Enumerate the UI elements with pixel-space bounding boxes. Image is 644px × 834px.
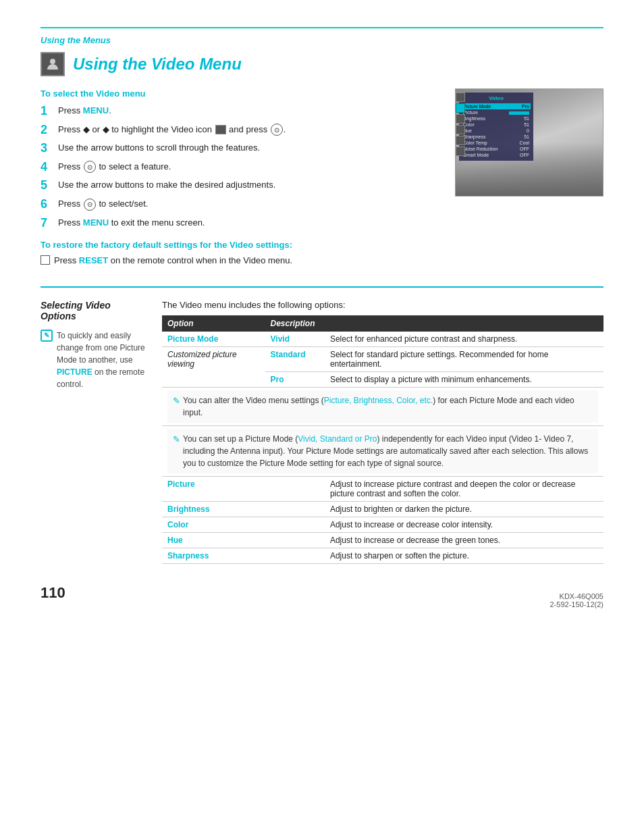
desc-cell-brightness: Adjust to brighten or darken the picture… (325, 501, 603, 517)
tv-row-4: Color51 (462, 122, 531, 128)
tv-row-9: Smart ModeOFF (462, 152, 531, 158)
tv-row-6: Sharpness51 (462, 134, 531, 140)
step-7: 7 Press MENU to exit the menu screen. (41, 216, 441, 231)
checkbox-icon (41, 255, 50, 265)
step-text-5: Use the arrow buttons to make the desire… (58, 178, 275, 192)
note-text-1: You can alter the Video menu settings (P… (183, 394, 593, 419)
table-row-note2: ✎ You can set up a Picture Mode (Vivid, … (162, 425, 603, 476)
table-row-sharpness: Sharpness Adjust to sharpen or soften th… (162, 548, 603, 563)
sub-cell-pro: Pro (265, 371, 325, 387)
top-rule (41, 27, 603, 28)
note-text-2: You can set up a Picture Mode (Vivid, St… (183, 433, 593, 469)
step-num-7: 7 (41, 216, 55, 231)
desc-cell-hue: Adjust to increase or decrease the green… (325, 532, 603, 548)
option-cell-brightness: Brightness (162, 501, 325, 517)
option-cell-color: Color (162, 517, 325, 532)
doc-number: KDX-46Q005 2-592-150-12(2) (550, 592, 604, 608)
table-row: Customized picture viewing Standard Sele… (162, 346, 603, 371)
note-line-1: ✎ You can alter the Video menu settings … (173, 394, 593, 419)
menu-keyword: MENU (83, 105, 109, 115)
table-header-row: Option Description (162, 315, 603, 332)
breadcrumb: Using the Menus (41, 35, 603, 45)
step-num-1: 1 (41, 104, 55, 119)
step-1: 1 Press MENU. (41, 104, 441, 119)
desc-cell-color: Adjust to increase or decrease color int… (325, 517, 603, 532)
table-col: The Video menu includes the following op… (162, 300, 603, 564)
step-num-6: 6 (41, 197, 55, 212)
sidebar-col: Selecting Video Options ✎ To quickly and… (41, 300, 149, 564)
menu-keyword-2: MENU (83, 217, 109, 228)
lower-section: Selecting Video Options ✎ To quickly and… (41, 300, 603, 564)
picture-keyword: PICTURE (57, 367, 92, 377)
desc-cell-pro: Select to display a picture with minimum… (325, 371, 603, 387)
tv-screenshot: Video Picture ModePro Picture Brightness… (455, 88, 603, 197)
col-description: Description (265, 315, 603, 332)
table-row-note1: ✎ You can alter the Video menu settings … (162, 387, 603, 425)
tv-row-7: Color TempCool (462, 140, 531, 146)
intro-text: The Video menu includes the following op… (162, 300, 603, 310)
option-cell-customized: Customized picture viewing (162, 346, 265, 387)
factory-text: Press RESET on the remote control when i… (54, 254, 292, 267)
title-row: Using the Video Menu (41, 52, 603, 76)
note-pencil-2: ✎ (173, 433, 180, 446)
tip-text: To quickly and easily change from one Pi… (57, 330, 149, 390)
svg-point-0 (50, 59, 55, 64)
col-option: Option (162, 315, 265, 332)
step-3: 3 Use the arrow buttons to scroll throug… (41, 141, 441, 156)
option-cell-hue: Hue (162, 532, 325, 548)
step-num-2: 2 (41, 123, 55, 138)
side-icons (456, 93, 466, 156)
tv-row-2: Picture (462, 109, 531, 115)
note-keyword-1: Picture, Brightness, Color, etc. (324, 396, 433, 405)
tv-screen: Video Picture ModePro Picture Brightness… (456, 89, 603, 196)
step-text-6: Press ⊙ to select/set. (58, 197, 148, 211)
table-row-color: Color Adjust to increase or decrease col… (162, 517, 603, 532)
table-row-picture: Picture Adjust to increase picture contr… (162, 476, 603, 501)
screenshot-col: Video Picture ModePro Picture Brightness… (455, 88, 603, 267)
side-icon-2 (456, 103, 465, 113)
table-row-brightness: Brightness Adjust to brighten or darken … (162, 501, 603, 517)
side-icon-1 (456, 93, 465, 102)
step-4: 4 Press ⊙ to select a feature. (41, 160, 441, 175)
factory-item: Press RESET on the remote control when i… (41, 254, 441, 267)
note-box-2: ✎ You can set up a Picture Mode (Vivid, … (167, 429, 598, 473)
person-icon (45, 56, 61, 72)
section-divider (41, 286, 603, 288)
desc-cell-sharpness: Adjust to sharpen or soften the picture. (325, 548, 603, 563)
reset-keyword: RESET (79, 255, 108, 265)
doc-line2: 2-592-150-12(2) (550, 600, 604, 608)
step-6: 6 Press ⊙ to select/set. (41, 197, 441, 212)
factory-heading: To restore the factory default settings … (41, 240, 441, 250)
step-text-4: Press ⊙ to select a feature. (58, 160, 171, 174)
bar-picture (509, 111, 529, 115)
side-icon-3 (456, 114, 465, 124)
step-text-3: Use the arrow buttons to scroll through … (58, 141, 260, 155)
step-text-7: Press MENU to exit the menu screen. (58, 216, 205, 230)
page-number: 110 (41, 584, 603, 602)
step-text-2: Press ◆ or ◆ to highlight the Video icon… (58, 123, 286, 136)
tv-row-8: Noise ReductionOFF (462, 146, 531, 152)
factory-section: To restore the factory default settings … (41, 240, 441, 267)
step-2: 2 Press ◆ or ◆ to highlight the Video ic… (41, 123, 441, 138)
ok-icon-2: ⊙ (84, 161, 96, 173)
table-body: Picture Mode Vivid Select for enhanced p… (162, 332, 603, 564)
desc-cell-picture: Adjust to increase picture contrast and … (325, 476, 603, 501)
table-row: Picture Mode Vivid Select for enhanced p… (162, 332, 603, 347)
tip-icon: ✎ (41, 330, 53, 342)
note-cell-1: ✎ You can alter the Video menu settings … (162, 387, 603, 425)
table-head: Option Description (162, 315, 603, 332)
note-cell-2: ✎ You can set up a Picture Mode (Vivid, … (162, 425, 603, 476)
page-title: Using the Video Menu (73, 55, 242, 74)
option-cell-sharpness: Sharpness (162, 548, 325, 563)
video-icon (41, 52, 65, 76)
main-content: To select the Video menu 1 Press MENU. 2… (41, 88, 603, 267)
sub-cell: Vivid (265, 332, 325, 347)
note-line-2: ✎ You can set up a Picture Mode (Vivid, … (173, 433, 593, 469)
note-box-1: ✎ You can alter the Video menu settings … (167, 390, 598, 423)
note-keyword-2: Vivid, Standard or Pro (298, 434, 377, 444)
step-num-3: 3 (41, 141, 55, 156)
table-row-hue: Hue Adjust to increase or decrease the g… (162, 532, 603, 548)
note-pencil-1: ✎ (173, 394, 180, 408)
step-5: 5 Use the arrow buttons to make the desi… (41, 178, 441, 193)
instructions-col: To select the Video menu 1 Press MENU. 2… (41, 88, 441, 267)
